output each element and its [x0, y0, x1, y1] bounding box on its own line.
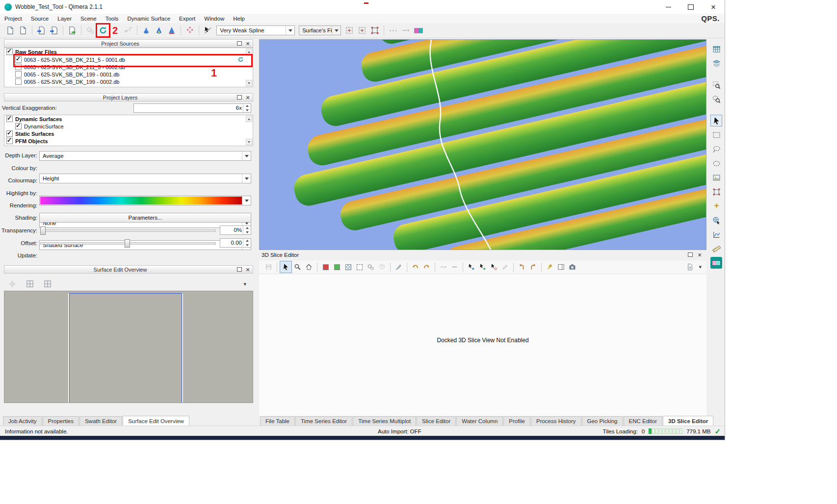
checkbox-icon[interactable]	[15, 78, 22, 85]
float-panel-icon[interactable]	[687, 252, 694, 258]
menu-scene[interactable]: Scene	[76, 15, 101, 23]
close-panel-icon[interactable]	[244, 95, 251, 101]
lasso-select-icon[interactable]	[710, 143, 722, 155]
ellipse-select-icon[interactable]	[710, 157, 722, 169]
segment-icon[interactable]	[438, 261, 449, 273]
menu-export[interactable]: Export	[175, 15, 200, 23]
crosshair-icon[interactable]	[6, 277, 19, 290]
layer-row[interactable]: Static Surfaces	[4, 130, 253, 137]
colour-by-dropdown[interactable]: Height	[39, 174, 251, 183]
checkbox-checked-icon[interactable]	[15, 123, 22, 129]
menu-window[interactable]: Window	[200, 15, 229, 23]
depth-layer-dropdown[interactable]: Average	[39, 151, 251, 161]
float-panel-icon[interactable]	[236, 267, 243, 273]
checkbox-checked-icon[interactable]	[6, 138, 13, 144]
sweep-icon[interactable]	[544, 261, 555, 273]
spin-down-icon[interactable]	[243, 243, 251, 248]
zoom-3d-icon[interactable]	[710, 93, 722, 105]
slice-settings-icon[interactable]	[365, 261, 376, 273]
scroll-up-icon[interactable]	[246, 116, 252, 122]
spline-preset-dropdown[interactable]: Very Weak Spline	[216, 25, 295, 35]
redo-icon[interactable]	[421, 261, 432, 273]
spin-up-icon[interactable]	[243, 104, 251, 108]
menu-dynamic-surface[interactable]: Dynamic Surface	[123, 15, 175, 23]
maximize-button[interactable]	[680, 0, 702, 14]
checkbox-checked-icon[interactable]	[15, 56, 22, 63]
track-dots-icon[interactable]	[387, 24, 399, 37]
processing-settings-icon[interactable]	[84, 24, 97, 37]
close-panel-icon[interactable]	[696, 252, 703, 258]
shading-parameters-button[interactable]: Parameters...	[39, 213, 251, 223]
eraser-icon[interactable]	[449, 261, 460, 273]
geo-pick-icon[interactable]	[710, 214, 722, 226]
tab-surface-edit-overview[interactable]: Surface Edit Overview	[123, 416, 189, 426]
satellite-icon[interactable]	[122, 24, 134, 37]
add-source-icon[interactable]	[48, 24, 60, 37]
home-view-icon[interactable]	[303, 261, 314, 273]
reprocess-files-icon[interactable]	[97, 24, 109, 37]
collapse-chevron-icon[interactable]	[699, 264, 702, 270]
menu-project[interactable]: Project	[0, 15, 26, 23]
pick-point-icon[interactable]	[466, 261, 477, 273]
colourmap-dropdown[interactable]	[39, 196, 251, 205]
tab-geo-picking[interactable]: Geo Picking	[582, 416, 623, 426]
zoom-window-icon[interactable]	[710, 79, 722, 91]
pencil-edit-icon[interactable]	[499, 261, 511, 273]
scroll-down-icon[interactable]	[246, 139, 252, 145]
grid-tool-1-icon[interactable]	[343, 24, 356, 37]
scroll-down-icon[interactable]	[246, 80, 252, 86]
slider-thumb[interactable]	[40, 227, 46, 235]
spin-down-icon[interactable]	[243, 230, 251, 235]
source-group-row[interactable]: Raw Sonar Files	[4, 48, 253, 56]
tab-job-activity[interactable]: Job Activity	[3, 416, 42, 426]
layer-row[interactable]: Dynamic Surfaces	[4, 115, 253, 123]
colormap-panel-icon[interactable]	[710, 257, 722, 269]
cube-view-icon[interactable]	[376, 261, 388, 273]
tab-properties[interactable]: Properties	[43, 416, 79, 426]
pointer-icon[interactable]	[280, 261, 292, 273]
spin-down-icon[interactable]	[243, 108, 251, 113]
select-pointer-icon[interactable]	[710, 115, 722, 126]
vertical-exaggeration-spinbox[interactable]: 6x	[133, 103, 251, 113]
layer-row[interactable]: DynamicSurface	[4, 123, 253, 130]
menu-help[interactable]: Help	[229, 15, 249, 23]
menu-layer[interactable]: Layer	[53, 15, 76, 23]
sonar-beam-icon[interactable]	[140, 24, 153, 37]
pick-line-icon[interactable]	[202, 24, 214, 37]
checkbox-checked-icon[interactable]	[6, 49, 13, 55]
sonar-ping-icon[interactable]	[153, 24, 165, 37]
zoom-icon[interactable]	[292, 261, 303, 273]
layer-table-icon[interactable]	[710, 43, 722, 55]
checker-select-icon[interactable]	[342, 261, 354, 273]
tile-fit-icon[interactable]	[41, 277, 54, 290]
sonar-swath-icon[interactable]	[165, 24, 178, 37]
grid-tool-2-icon[interactable]	[356, 24, 368, 37]
close-panel-icon[interactable]	[244, 267, 251, 273]
layer-row[interactable]: PFM Objects	[4, 137, 253, 145]
tab-file-table[interactable]: File Table	[260, 416, 295, 426]
tab-time-series-editor[interactable]: Time Series Editor	[295, 416, 352, 426]
tab-slice-editor[interactable]: Slice Editor	[417, 416, 456, 426]
tab-swath-editor[interactable]: Swath Editor	[79, 416, 122, 426]
open-document-icon[interactable]	[17, 24, 29, 37]
pick-accept-icon[interactable]	[477, 261, 488, 273]
tile-view-icon[interactable]	[24, 277, 36, 290]
panel-layout-icon[interactable]	[555, 261, 567, 273]
export-source-icon[interactable]	[66, 24, 78, 37]
float-panel-icon[interactable]	[236, 95, 243, 101]
checkbox-icon[interactable]	[15, 64, 22, 70]
close-panel-icon[interactable]	[244, 41, 251, 47]
spin-up-icon[interactable]	[243, 239, 251, 243]
export-slice-icon[interactable]	[684, 261, 696, 273]
transparency-spinbox[interactable]: 0%	[220, 226, 251, 235]
tab-process-history[interactable]: Process History	[531, 416, 581, 426]
chart-view-icon[interactable]	[710, 228, 722, 240]
scroll-up-icon[interactable]	[246, 49, 252, 55]
overview-extent-rect[interactable]	[69, 293, 182, 403]
profile-view-icon[interactable]	[710, 172, 722, 183]
layer-stack-icon[interactable]	[710, 57, 722, 69]
transparency-slider[interactable]	[39, 226, 217, 235]
slider-thumb[interactable]	[125, 239, 130, 248]
tab-enc-editor[interactable]: ENC Editor	[624, 416, 663, 426]
segment-link-icon[interactable]	[399, 24, 412, 37]
